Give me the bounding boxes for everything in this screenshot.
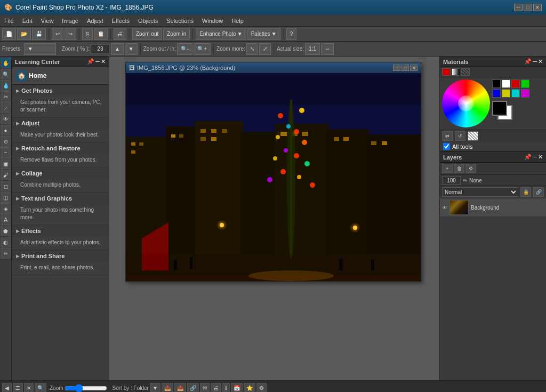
image-maximize-button[interactable]: □: [402, 65, 409, 71]
layer-settings-button[interactable]: ⚙: [465, 164, 476, 173]
lc-close-button[interactable]: ✕: [101, 58, 106, 65]
mat-close-button[interactable]: ✕: [538, 58, 543, 65]
opacity-input[interactable]: [442, 176, 461, 185]
zoom-in-button[interactable]: Zoom in: [163, 28, 190, 40]
actual-size-btn[interactable]: 1:1: [305, 43, 320, 55]
swatch-yellow[interactable]: [502, 89, 510, 98]
menu-image[interactable]: Image: [58, 15, 83, 27]
new-button[interactable]: 📄: [2, 28, 16, 40]
paint-tool[interactable]: 🖌: [1, 170, 11, 180]
canvas-area[interactable]: 🖼 IMG_1856.JPG @ 23% (Background) ─ □ ✕: [109, 57, 439, 380]
copy-button[interactable]: ⎘: [82, 28, 93, 40]
layer-item-background[interactable]: 👁 Background: [440, 198, 546, 217]
fit-width-btn[interactable]: ↔: [321, 43, 334, 55]
org-info-button[interactable]: ℹ: [222, 383, 230, 393]
lock-button[interactable]: 🔒: [520, 187, 531, 197]
org-share-button[interactable]: 🔗: [187, 383, 199, 393]
redo-button[interactable]: ↪: [65, 28, 76, 40]
lc-minimize-button[interactable]: ─: [95, 58, 100, 65]
swatch-red[interactable]: [511, 79, 520, 88]
blend-mode-select[interactable]: Normal Multiply Screen Overlay: [442, 187, 518, 197]
menu-help[interactable]: Help: [227, 15, 248, 27]
all-tools-checkbox[interactable]: [443, 143, 450, 150]
shape-tool[interactable]: ⬟: [1, 226, 11, 236]
enhance-photo-button[interactable]: Enhance Photo ▼: [196, 28, 246, 40]
org-close-button[interactable]: ✕: [24, 383, 34, 393]
menu-edit[interactable]: Edit: [18, 15, 37, 27]
clone-tool[interactable]: ⊙: [1, 136, 11, 147]
open-button[interactable]: 📂: [17, 28, 31, 40]
lc-section-header-print[interactable]: ▶ Print and Share: [12, 250, 109, 262]
lc-home[interactable]: 🏠 Home: [12, 67, 109, 85]
reset-colors-button[interactable]: ↺: [455, 131, 465, 141]
swatch-blue[interactable]: [492, 89, 501, 98]
vector-tool[interactable]: ◈: [1, 203, 11, 214]
swatch-magenta[interactable]: [521, 89, 529, 98]
org-import-button[interactable]: 📥: [162, 383, 173, 393]
menu-view[interactable]: View: [37, 15, 58, 27]
help-button[interactable]: ?: [286, 28, 297, 40]
menu-window[interactable]: Window: [198, 15, 227, 27]
image-minimize-button[interactable]: ─: [393, 65, 400, 71]
lc-section-header-adjust[interactable]: ▶ Adjust: [12, 117, 109, 129]
menu-file[interactable]: File: [0, 15, 18, 27]
org-print-button[interactable]: 🖨: [211, 383, 221, 393]
mat-pin-button[interactable]: 📌: [524, 58, 532, 65]
eraser-tool[interactable]: ◻: [1, 181, 11, 191]
lc-section-header-collage[interactable]: ▶ Collage: [12, 167, 109, 179]
new-layer-button[interactable]: +: [442, 164, 453, 173]
straighten-tool[interactable]: ⟋: [1, 102, 11, 113]
mat-minimize-button[interactable]: ─: [533, 58, 537, 65]
zoom-in-btn-2[interactable]: 🔍+: [194, 43, 211, 55]
swap-colors-button[interactable]: ⇄: [442, 131, 453, 141]
zoom-input[interactable]: [91, 44, 110, 54]
red-eye-tool[interactable]: 👁: [1, 114, 11, 124]
menu-adjust[interactable]: Adjust: [83, 15, 108, 27]
transparent-button[interactable]: T: [468, 131, 478, 141]
maximize-button[interactable]: □: [524, 4, 532, 11]
fill-tool[interactable]: ▣: [1, 158, 11, 169]
color-wheel[interactable]: [442, 79, 490, 127]
lc-section-header-retouch[interactable]: ▶ Retouch and Restore: [12, 142, 109, 154]
close-button[interactable]: ✕: [533, 4, 542, 11]
menu-effects[interactable]: Effects: [108, 15, 134, 27]
palettes-button[interactable]: Palettes ▼: [247, 28, 280, 40]
menu-selections[interactable]: Selections: [162, 15, 198, 27]
delete-layer-button[interactable]: 🗑: [454, 164, 464, 173]
mat-color-tab[interactable]: [442, 68, 451, 76]
zoom-fit-btn[interactable]: ⤢: [259, 43, 271, 55]
dodge-tool[interactable]: ◐: [1, 237, 11, 247]
retouch-tool[interactable]: ●: [1, 125, 11, 135]
org-search-button[interactable]: 🔍: [35, 383, 46, 393]
link-button[interactable]: 🔗: [533, 187, 544, 197]
brush-tool[interactable]: ✏: [1, 248, 11, 259]
layer-visibility-icon[interactable]: 👁: [442, 205, 447, 211]
org-calendar-button[interactable]: 📅: [231, 383, 243, 393]
image-close-button[interactable]: ✕: [410, 65, 417, 71]
zoom-slider[interactable]: [65, 385, 107, 392]
org-export-button[interactable]: 📤: [174, 383, 186, 393]
swatch-green[interactable]: [521, 79, 529, 88]
org-menu-button[interactable]: ☰: [13, 383, 23, 393]
swatch-black[interactable]: [492, 79, 501, 88]
image-canvas[interactable]: [126, 73, 421, 281]
foreground-color-swatch[interactable]: [492, 101, 507, 116]
crop-tool[interactable]: ✂: [1, 91, 11, 102]
zoom-out-button[interactable]: Zoom out: [132, 28, 162, 40]
org-settings-button[interactable]: ⚙: [256, 383, 267, 393]
mat-pattern-tab[interactable]: [461, 68, 470, 76]
zoom-down-button[interactable]: ▼: [125, 43, 138, 55]
undo-button[interactable]: ↩: [52, 28, 63, 40]
scratch-tool[interactable]: ~: [1, 147, 11, 158]
sort-button[interactable]: ▼: [150, 383, 160, 393]
lc-pin-button[interactable]: 📌: [87, 58, 94, 65]
zoom-tool[interactable]: 🔍: [1, 69, 11, 79]
swatch-cyan[interactable]: [511, 89, 520, 98]
zoom-more-btn[interactable]: ⤡: [246, 43, 258, 55]
lay-minimize-button[interactable]: ─: [533, 154, 537, 161]
print-button[interactable]: 🖨: [114, 28, 126, 40]
org-email-button[interactable]: ✉: [200, 383, 210, 393]
lay-pin-button[interactable]: 📌: [524, 154, 532, 161]
mat-gradient-tab[interactable]: [452, 68, 460, 76]
zoom-up-button[interactable]: ▲: [111, 43, 124, 55]
